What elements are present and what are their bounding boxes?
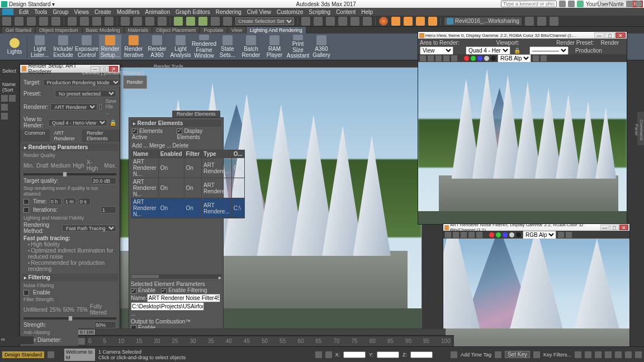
tree-icon[interactable] xyxy=(1,104,8,111)
redo-icon[interactable] xyxy=(15,17,23,26)
overlay-icon[interactable] xyxy=(541,55,547,61)
strength-field[interactable] xyxy=(94,321,116,328)
coord-z[interactable] xyxy=(410,351,433,358)
select-name-icon[interactable] xyxy=(80,17,89,26)
channel-a[interactable] xyxy=(509,232,514,237)
menu-help[interactable]: Help xyxy=(361,9,373,15)
bind-icon[interactable] xyxy=(51,17,60,26)
clear-icon[interactable] xyxy=(451,55,457,61)
toggle-icon[interactable] xyxy=(533,55,539,61)
tab-objectplacement[interactable]: Object Placement xyxy=(153,27,199,34)
time-slider-handle[interactable]: 0 / 100 xyxy=(78,330,95,335)
channel-g[interactable] xyxy=(471,56,476,61)
percentsnap-icon[interactable] xyxy=(198,17,207,26)
menu-edit[interactable]: Edit xyxy=(19,9,29,15)
clear-icon[interactable] xyxy=(476,232,482,238)
rotate-icon[interactable] xyxy=(133,17,142,26)
table-row[interactable]: ART Renderer N...OnOnART Rendere...C:\ xyxy=(131,158,245,178)
element-name-field[interactable] xyxy=(147,294,220,302)
tab-basicmodeling[interactable]: Basic Modeling xyxy=(83,27,124,34)
renderer-dropdown[interactable]: ART Renderer xyxy=(50,103,97,111)
curve-icon[interactable] xyxy=(351,17,359,26)
listener-input[interactable]: Welcome to M xyxy=(64,349,95,361)
enable-noise-checkbox[interactable] xyxy=(23,290,29,296)
username[interactable]: YourUserName xyxy=(586,1,624,7)
minimize-button[interactable]: — xyxy=(600,225,609,230)
material-icon[interactable] xyxy=(379,17,388,26)
ribbon-rendersetup[interactable]: Render Setup... xyxy=(99,35,121,59)
tool-extra1-icon[interactable] xyxy=(525,17,534,26)
print-icon[interactable] xyxy=(468,232,475,238)
iter-field[interactable] xyxy=(101,206,116,213)
freeze-icon[interactable] xyxy=(9,95,16,102)
ribbon-statesets[interactable]: State Sets... xyxy=(216,35,239,59)
render-a360-icon[interactable] xyxy=(428,17,437,26)
ribbon-renderedframe[interactable]: Rendered Frame Window xyxy=(193,35,215,59)
ribbon-lightlister[interactable]: Light Lister... xyxy=(29,35,51,59)
ribbon-printsize[interactable]: Print Size Assistant xyxy=(287,35,309,59)
channel-mono[interactable] xyxy=(516,232,521,237)
section-renderparams[interactable]: ▸ Rendering Parameters xyxy=(22,144,118,151)
workspace-tag[interactable]: Design Standard xyxy=(2,351,44,358)
eye-icon[interactable] xyxy=(1,95,8,102)
search-input[interactable] xyxy=(501,1,557,7)
ribbon-lights[interactable]: Lights xyxy=(3,35,26,59)
time-s[interactable] xyxy=(78,198,91,205)
elements-table[interactable]: NameEnabledFilterTypeO... ART Renderer N… xyxy=(131,150,245,218)
ribbon-renderiterative[interactable]: Render Iterative xyxy=(122,35,145,59)
noise-strength-slider[interactable] xyxy=(23,317,116,320)
channel-g[interactable] xyxy=(496,232,501,237)
named-sel-icon[interactable] xyxy=(223,17,232,26)
add-button[interactable]: Add ... xyxy=(132,142,148,149)
setkey-button[interactable]: Set Key xyxy=(505,351,530,358)
nav-orbit-icon[interactable] xyxy=(625,351,632,358)
save-icon[interactable] xyxy=(445,232,451,238)
render-button[interactable]: Render xyxy=(600,40,619,46)
viewtorender-dropdown[interactable]: Quad 4 - Hero-View xyxy=(48,119,107,126)
menu-customize[interactable]: Customize xyxy=(277,9,303,15)
key-icon[interactable] xyxy=(533,351,540,358)
channel-r[interactable] xyxy=(489,232,494,237)
render-elements-header[interactable]: ▸ Render Elements xyxy=(131,120,221,127)
tab-objectinspection[interactable]: Object Inspection xyxy=(36,27,82,34)
scale-icon[interactable] xyxy=(145,17,154,26)
floating-tab-renderelements[interactable]: Render Elements xyxy=(172,111,220,117)
menu-create[interactable]: Create xyxy=(94,9,111,15)
browse-button[interactable]: ... xyxy=(131,311,221,317)
viewport-dropdown[interactable]: Quad 4 - Hero-Vie xyxy=(466,46,510,55)
autokey-icon[interactable] xyxy=(495,351,501,358)
tab-populate[interactable]: Populate xyxy=(200,27,227,34)
target-dropdown[interactable]: Production Rendering Mode xyxy=(43,79,121,86)
timeline-ruler[interactable]: 0510152025303540455055606570758085909510… xyxy=(78,335,454,346)
refcoord-icon[interactable] xyxy=(158,17,167,26)
isolate-icon[interactable] xyxy=(325,351,332,358)
channel-b[interactable] xyxy=(477,56,482,61)
section-filtering[interactable]: ▸ Filtering xyxy=(22,274,118,281)
ws-plus-icon[interactable] xyxy=(48,351,54,358)
menu-content[interactable]: Content xyxy=(336,9,356,15)
table-row[interactable]: ART Renderer N...OnOnART Rendere...C:\ xyxy=(131,198,245,218)
menu-tools[interactable]: Tools xyxy=(34,9,47,15)
link-icon[interactable] xyxy=(27,17,36,26)
menu-views[interactable]: Views xyxy=(74,9,89,15)
nav-zoom-icon[interactable] xyxy=(615,351,622,358)
app-menu-button[interactable] xyxy=(2,8,13,15)
layers-icon[interactable] xyxy=(326,17,335,26)
maximize-button[interactable]: □ xyxy=(610,225,619,230)
select-icon[interactable] xyxy=(68,17,77,26)
selenablefilt-checkbox[interactable] xyxy=(161,288,167,294)
copy-icon[interactable] xyxy=(428,55,434,61)
tab-artrenderer[interactable]: ART Renderer xyxy=(50,130,82,142)
overlay-icon[interactable] xyxy=(566,232,572,238)
play-start-icon[interactable] xyxy=(78,338,85,345)
element-path-field[interactable] xyxy=(131,302,204,311)
align-icon[interactable] xyxy=(314,17,323,26)
channel-r[interactable] xyxy=(464,56,469,61)
time-checkbox[interactable] xyxy=(23,199,29,204)
ribbon-ramplayer[interactable]: RAM Player xyxy=(263,35,286,59)
iter-checkbox[interactable] xyxy=(23,207,29,213)
channel-a[interactable] xyxy=(484,56,489,61)
infocenter-icon[interactable] xyxy=(559,1,566,7)
play-next-icon[interactable] xyxy=(595,351,602,358)
toggle-icon[interactable] xyxy=(558,232,564,238)
